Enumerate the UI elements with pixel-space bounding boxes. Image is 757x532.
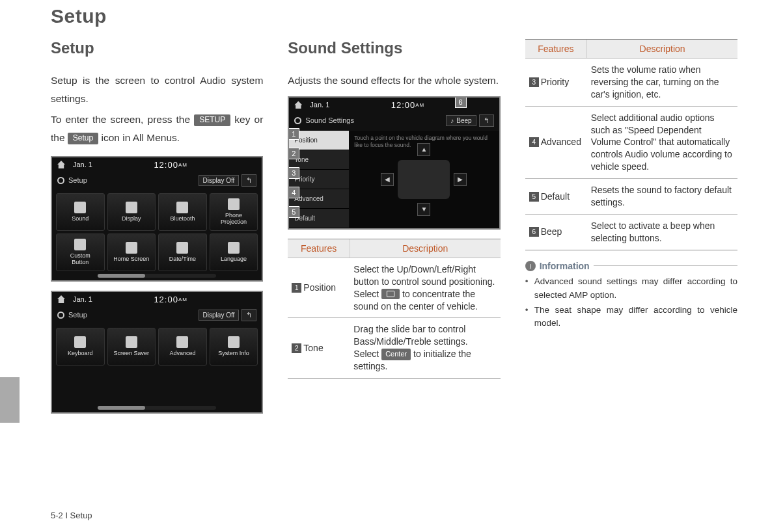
app-home-screen[interactable]: Home Screen	[107, 233, 156, 271]
features-table-1: Features Description 1Position Select th…	[288, 239, 500, 379]
setup-para-2: To enter the screen, press the SETUP key…	[51, 111, 263, 147]
page-indicator	[98, 274, 216, 278]
callout-2: 2	[288, 148, 299, 159]
screen-title: Setup	[68, 311, 87, 319]
vehicle-diagram[interactable]: ▲ ▼ ◀ ▶	[398, 160, 450, 199]
arrow-left-button[interactable]: ◀	[381, 173, 394, 186]
screenshot-titlebar: Sound Settings ♪Beep ↰	[289, 113, 499, 131]
sound-position-panel: Touch a point on the vehicle diagram whe…	[349, 131, 499, 228]
setup-para-2a: To enter the screen, press the	[51, 114, 194, 125]
screenshot-statusbar: Jan. 1 12:00AM	[52, 157, 262, 172]
home-icon	[294, 101, 302, 109]
app-advanced[interactable]: Advanced	[158, 328, 207, 366]
display-off-button[interactable]: Display Off	[199, 175, 240, 186]
content-columns: Setup Setup is the screen to control Aud…	[51, 39, 737, 414]
desc-text: Drag the slide bar to control Bass/Middl…	[353, 324, 467, 347]
feature-name: Tone	[303, 343, 323, 353]
arrow-up-button[interactable]: ▲	[417, 143, 430, 156]
screenshot-titlebar: Setup Display Off ↰	[52, 307, 262, 325]
status-date: Jan. 1	[73, 295, 92, 303]
app-language[interactable]: Language	[210, 233, 258, 271]
app-screen-saver[interactable]: Screen Saver	[107, 328, 156, 366]
feature-name: Default	[541, 191, 570, 202]
bluetooth-icon	[176, 202, 188, 213]
th-description: Description	[350, 239, 500, 258]
display-off-button[interactable]: Display Off	[199, 310, 240, 321]
table-row: 2Tone Drag the slide bar to control Bass…	[288, 318, 500, 379]
app-label: Display	[122, 216, 141, 222]
beep-button[interactable]: ♪Beep	[446, 115, 476, 126]
app-sound[interactable]: Sound	[56, 193, 105, 231]
app-label: Screen Saver	[114, 351, 150, 357]
screensaver-icon	[126, 336, 137, 348]
app-custom-button[interactable]: Custom Button	[56, 233, 105, 271]
arrow-down-button[interactable]: ▼	[417, 203, 430, 216]
info-icon: i	[525, 261, 536, 271]
setup-heading: Setup	[51, 39, 263, 57]
clock-icon	[176, 242, 188, 254]
screen-title: Setup	[68, 176, 87, 184]
info-item: Advanced sound settings may differ accor…	[525, 275, 737, 302]
app-label: System Info	[218, 351, 249, 357]
status-time-num: 12:00	[391, 100, 416, 110]
num-badge: 3	[529, 77, 539, 87]
callout-4: 4	[288, 187, 299, 198]
app-label: Advanced	[169, 351, 195, 357]
desc-text: Select	[353, 289, 381, 299]
setup-para-2c: icon in All Menus.	[98, 132, 180, 143]
star-icon	[74, 239, 86, 250]
app-label: Sound	[72, 216, 89, 222]
screenshot-statusbar: Jan. 1 12:00AM	[52, 292, 262, 307]
screenshot-titlebar: Setup Display Off ↰	[52, 172, 262, 191]
home-icon	[57, 161, 65, 168]
feature-name: Priority	[541, 77, 570, 87]
app-label: Custom Button	[70, 253, 90, 266]
feature-name: Advanced	[541, 137, 581, 147]
app-bluetooth[interactable]: Bluetooth	[158, 193, 207, 231]
gear-icon	[57, 312, 64, 319]
beep-label: Beep	[456, 117, 471, 124]
info-icon	[228, 336, 240, 348]
cell-description: Select the Up/Down/Left/Right button to …	[350, 258, 500, 318]
back-button[interactable]: ↰	[479, 114, 494, 127]
page-side-tab	[0, 377, 20, 423]
language-icon	[228, 242, 240, 254]
column-sound-settings: Sound Settings Adjusts the sound effects…	[288, 39, 500, 414]
back-button[interactable]: ↰	[241, 309, 256, 321]
app-date-time[interactable]: Date/Time	[158, 233, 207, 271]
screenshot-setup-1: Jan. 1 12:00AM Setup Display Off ↰ Sound…	[51, 156, 263, 282]
app-label: Keyboard	[68, 351, 93, 357]
info-divider	[594, 265, 737, 266]
app-phone-projection[interactable]: Phone Projection	[210, 193, 258, 231]
sound-para: Adjusts the sound effects for the whole …	[288, 72, 500, 90]
status-date: Jan. 1	[310, 101, 329, 109]
keyboard-icon	[74, 336, 86, 348]
page-footer: 5-2 I Setup	[51, 511, 92, 520]
status-time: 12:00AM	[154, 160, 187, 170]
num-badge: 6	[529, 227, 539, 237]
sound-heading: Sound Settings	[288, 39, 500, 57]
app-system-info[interactable]: System Info	[210, 328, 258, 366]
table-row: 1Position Select the Up/Down/Left/Right …	[288, 258, 500, 318]
table-row: 6Beep Select to activate a beep when sel…	[525, 214, 737, 250]
th-features: Features	[288, 239, 350, 258]
arrow-right-button[interactable]: ▶	[454, 173, 467, 186]
cell-description: Drag the slide bar to control Bass/Middl…	[350, 318, 500, 379]
features-table-2: Features Description 3Priority Sets the …	[525, 39, 737, 250]
info-item: The seat shape may differ according to v…	[525, 304, 737, 331]
page-indicator	[98, 406, 216, 410]
table-row: 3Priority Sets the volume ratio when rev…	[525, 59, 737, 107]
desc-text: Select	[353, 349, 381, 359]
th-features: Features	[525, 40, 587, 59]
setup-para-1: Setup is the screen to control Audio sys…	[51, 72, 263, 108]
status-time-num: 12:00	[154, 160, 178, 170]
gear-icon	[294, 117, 301, 124]
app-keyboard[interactable]: Keyboard	[56, 328, 105, 366]
display-icon	[126, 202, 137, 213]
feature-name: Position	[303, 282, 336, 293]
app-display[interactable]: Display	[107, 193, 156, 231]
app-label: Bluetooth	[170, 216, 195, 222]
num-badge: 4	[529, 137, 539, 147]
back-button[interactable]: ↰	[241, 174, 256, 187]
screenshot-statusbar: Jan. 1 12:00AM	[289, 98, 499, 113]
